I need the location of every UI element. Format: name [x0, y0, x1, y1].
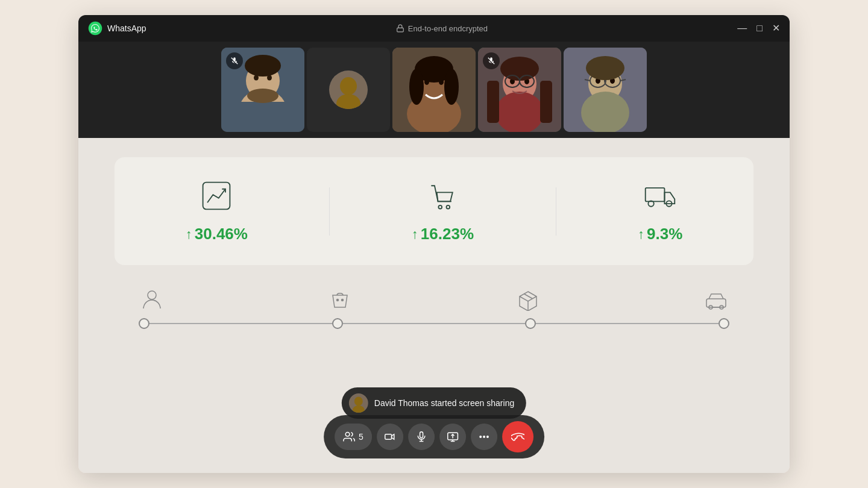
- lock-icon: [396, 24, 404, 33]
- journey-row: [115, 289, 753, 329]
- encryption-label: End-to-end endcrypted: [408, 24, 488, 33]
- journey-bag-icon: [329, 289, 351, 311]
- maximize-button[interactable]: □: [756, 23, 763, 33]
- svg-point-72: [483, 436, 485, 438]
- svg-point-52: [337, 299, 339, 301]
- arrow-up-3: ↑: [638, 227, 644, 242]
- end-call-icon: [511, 430, 524, 443]
- journey-line-1: [149, 323, 332, 324]
- svg-point-9: [245, 55, 281, 77]
- journey-person-icon: [141, 289, 163, 311]
- stat-number-2: 16.23%: [421, 225, 474, 243]
- participant-video-3[interactable]: [392, 48, 476, 132]
- svg-point-12: [340, 77, 357, 95]
- svg-point-21: [444, 69, 459, 105]
- svg-point-53: [342, 299, 344, 301]
- journey-dot-4: [719, 318, 729, 329]
- camera-icon: [384, 431, 396, 443]
- close-button[interactable]: ✕: [772, 23, 780, 33]
- more-options-button[interactable]: [471, 424, 497, 450]
- video-strip: [78, 42, 790, 138]
- svg-rect-48: [646, 188, 665, 201]
- stat-divider-1: [329, 187, 330, 236]
- journey-dot-2: [332, 318, 343, 329]
- svg-point-62: [345, 433, 350, 437]
- svg-point-47: [447, 205, 450, 209]
- svg-point-24: [495, 92, 544, 132]
- svg-point-73: [486, 436, 488, 438]
- participant-video-1[interactable]: [221, 48, 304, 132]
- svg-rect-28: [487, 81, 499, 123]
- microphone-icon: [415, 431, 427, 443]
- titlebar-left: WhatsApp: [88, 21, 146, 36]
- more-options-icon: [478, 431, 490, 443]
- stat-value-chart: ↑ 30.46%: [186, 225, 248, 243]
- window-controls: — □ ✕: [737, 23, 780, 33]
- truck-icon: [643, 179, 677, 215]
- svg-point-51: [148, 291, 156, 299]
- stat-item-chart: ↑ 30.46%: [186, 179, 248, 243]
- journey-dot-1: [139, 318, 149, 329]
- microphone-button[interactable]: [408, 424, 435, 450]
- journey-line-row: [139, 318, 729, 329]
- participant-video-2[interactable]: [307, 48, 390, 132]
- participants-icon: [343, 431, 355, 443]
- avatar-2: [329, 70, 368, 109]
- app-window: WhatsApp End-to-end endcrypted — □ ✕: [78, 15, 790, 473]
- stat-divider-2: [556, 187, 556, 236]
- shared-screen-area: ↑ 30.46% ↑: [115, 157, 753, 265]
- svg-point-46: [439, 205, 442, 209]
- svg-point-71: [480, 436, 482, 438]
- svg-rect-45: [203, 183, 230, 210]
- svg-point-0: [89, 22, 102, 36]
- svg-point-60: [354, 397, 363, 406]
- screen-share-button[interactable]: [439, 424, 466, 450]
- svg-point-27: [500, 57, 539, 81]
- cart-icon: [426, 179, 459, 215]
- participant-video-4[interactable]: [478, 48, 561, 132]
- journey-dot-3: [525, 318, 536, 329]
- main-content: ↑ 30.46% ↑: [78, 138, 790, 473]
- journey-line-2: [343, 323, 526, 324]
- encryption-badge: End-to-end endcrypted: [396, 24, 488, 33]
- stat-item-cart: ↑ 16.23%: [412, 179, 474, 243]
- call-controls: 5: [324, 415, 544, 458]
- stats-row: ↑ 30.46% ↑: [151, 179, 717, 243]
- mute-badge-1: [226, 52, 243, 69]
- whatsapp-logo-icon: [88, 21, 102, 36]
- journey-icons: [139, 289, 729, 311]
- participants-count: 5: [359, 432, 363, 442]
- svg-rect-29: [540, 81, 552, 123]
- stat-item-truck: ↑ 9.3%: [638, 179, 682, 243]
- toast-text: David Thomas started screen sharing: [374, 398, 514, 408]
- stat-value-cart: ↑ 16.23%: [412, 225, 474, 243]
- chart-icon: [200, 179, 233, 215]
- stat-value-truck: ↑ 9.3%: [638, 225, 682, 243]
- screen-share-toast: David Thomas started screen sharing: [342, 387, 526, 419]
- microphone-off-icon-4: [487, 57, 495, 65]
- stat-number-1: 30.46%: [195, 225, 248, 243]
- journey-car-icon: [705, 289, 727, 311]
- svg-point-20: [409, 69, 424, 105]
- participant-video-5[interactable]: [564, 48, 647, 132]
- toast-avatar: [349, 393, 368, 413]
- svg-point-36: [581, 92, 629, 132]
- microphone-off-icon: [230, 57, 239, 65]
- stat-number-3: 9.3%: [647, 225, 682, 243]
- mute-badge-4: [483, 52, 500, 69]
- svg-rect-64: [420, 432, 423, 438]
- camera-button[interactable]: [377, 424, 403, 450]
- participant-face-5: [564, 48, 647, 132]
- arrow-up-2: ↑: [412, 227, 418, 242]
- titlebar: WhatsApp End-to-end endcrypted — □ ✕: [78, 15, 790, 42]
- participant-face-3: [392, 48, 476, 132]
- svg-point-6: [247, 89, 278, 103]
- end-call-button[interactable]: [502, 421, 533, 452]
- app-title: WhatsApp: [107, 23, 146, 33]
- svg-rect-63: [385, 434, 392, 439]
- minimize-button[interactable]: —: [737, 23, 747, 33]
- screen-share-icon: [447, 431, 459, 443]
- journey-box-icon: [517, 289, 539, 311]
- svg-rect-1: [397, 28, 404, 31]
- participants-button[interactable]: 5: [335, 424, 372, 450]
